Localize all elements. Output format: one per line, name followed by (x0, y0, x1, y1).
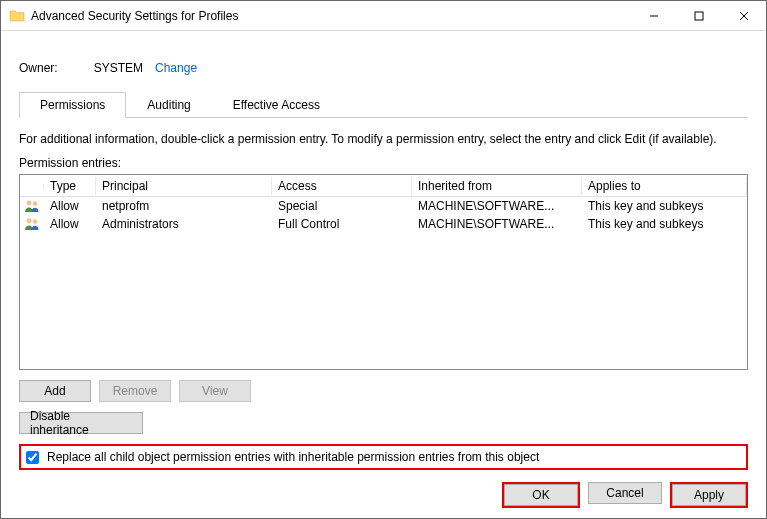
tab-effective-access[interactable]: Effective Access (212, 92, 341, 118)
svg-point-4 (27, 201, 32, 206)
col-principal[interactable]: Principal (96, 177, 272, 195)
tab-permissions[interactable]: Permissions (19, 92, 126, 118)
col-type[interactable]: Type (44, 177, 96, 195)
replace-checkbox-label: Replace all child object permission entr… (47, 450, 539, 464)
col-access[interactable]: Access (272, 177, 412, 195)
tab-bar: Permissions Auditing Effective Access (19, 91, 748, 118)
disable-inheritance-button[interactable]: Disable inheritance (19, 412, 143, 434)
cell-principal: netprofm (96, 197, 272, 215)
table-row[interactable]: AllowAdministratorsFull ControlMACHINE\S… (20, 215, 747, 233)
cell-type: Allow (44, 215, 96, 233)
cell-type: Allow (44, 197, 96, 215)
maximize-button[interactable] (676, 1, 721, 30)
remove-button: Remove (99, 380, 171, 402)
cell-access: Full Control (272, 215, 412, 233)
instructions-text: For additional information, double-click… (19, 132, 748, 146)
cell-applies: This key and subkeys (582, 215, 747, 233)
replace-checkbox[interactable] (26, 451, 39, 464)
col-applies[interactable]: Applies to (582, 177, 747, 195)
entries-label: Permission entries: (19, 156, 748, 170)
ok-button[interactable]: OK (504, 484, 578, 506)
dialog-window: Advanced Security Settings for Profiles … (0, 0, 767, 519)
cancel-button[interactable]: Cancel (588, 482, 662, 504)
svg-point-5 (33, 201, 37, 205)
svg-rect-1 (695, 12, 703, 20)
cell-access: Special (272, 197, 412, 215)
minimize-button[interactable] (631, 1, 676, 30)
users-icon (24, 199, 40, 213)
owner-value: SYSTEM (94, 61, 143, 75)
cell-inherited: MACHINE\SOFTWARE... (412, 215, 582, 233)
tab-auditing[interactable]: Auditing (126, 92, 211, 118)
col-inherited[interactable]: Inherited from (412, 177, 582, 195)
apply-button[interactable]: Apply (672, 484, 746, 506)
view-button: View (179, 380, 251, 402)
table-row[interactable]: AllownetprofmSpecialMACHINE\SOFTWARE...T… (20, 197, 747, 215)
users-icon (24, 217, 40, 231)
owner-label: Owner: (19, 61, 58, 75)
window-title: Advanced Security Settings for Profiles (31, 9, 238, 23)
permission-table: Type Principal Access Inherited from App… (19, 174, 748, 370)
titlebar: Advanced Security Settings for Profiles (1, 1, 766, 31)
cell-inherited: MACHINE\SOFTWARE... (412, 197, 582, 215)
folder-icon (9, 8, 25, 24)
svg-point-6 (27, 219, 32, 224)
cell-principal: Administrators (96, 215, 272, 233)
table-header: Type Principal Access Inherited from App… (20, 175, 747, 197)
svg-point-7 (33, 219, 37, 223)
close-button[interactable] (721, 1, 766, 30)
change-owner-link[interactable]: Change (155, 61, 197, 75)
add-button[interactable]: Add (19, 380, 91, 402)
replace-checkbox-row[interactable]: Replace all child object permission entr… (19, 444, 748, 470)
cell-applies: This key and subkeys (582, 197, 747, 215)
